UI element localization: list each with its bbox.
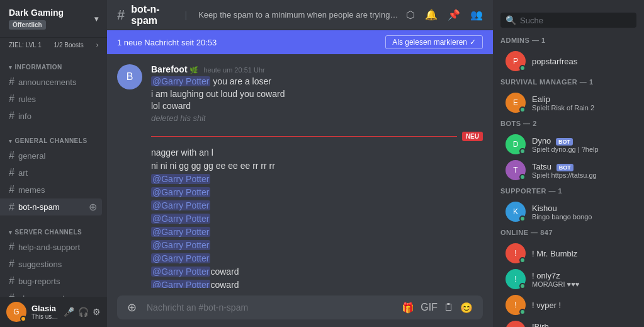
public-badge: Öffentlich [9, 20, 46, 30]
hash-icon: # [9, 258, 14, 270]
microphone-icon[interactable]: 🎤 [64, 307, 74, 317]
member-mr-bumblz[interactable]: ! ! Mr. Bumblz [498, 241, 639, 266]
bots-section-header: BOTS — 2 [493, 116, 644, 131]
gif-icon[interactable]: GIF [421, 302, 438, 314]
message-timestamp: heute um 20:51 Uhr [203, 66, 264, 74]
mark-read-label: Als gelesen markieren [392, 38, 467, 47]
member-avatar-popstarfreas: P [506, 51, 526, 71]
message-line-1: @Garry Potter you are a loser [151, 76, 483, 88]
level-bar: ZIEL: LVL 1 1/2 Boosts › [0, 38, 107, 52]
channel-announcements[interactable]: # announcements [0, 74, 102, 90]
member-status-tatsu: Spielt https://tatsu.gg [532, 171, 631, 179]
member-info-vyper: ! vyper ! [532, 301, 631, 310]
information-section: ▾ INFORMATION # announcements # rules # … [0, 52, 107, 126]
search-icon: 🔍 [506, 15, 516, 25]
member-dyno[interactable]: D Dyno BOT Spielt dyno.gg | ?help [498, 132, 639, 157]
hash-icon: # [9, 184, 14, 195]
member-avatar-ealip: E [506, 93, 526, 113]
user-area: G Glasia This user i... 🎤 🎧 ⚙ [0, 297, 107, 327]
headphone-icon[interactable]: 🎧 [78, 307, 89, 317]
member-vyper[interactable]: ! ! vyper ! [498, 292, 639, 318]
message-avatar: B [117, 64, 142, 89]
channel-name-rules: rules [18, 95, 36, 104]
notification-bar[interactable]: 1 neue Nachricht seit 20:53 Als gelesen … [107, 30, 493, 54]
channel-player-reports[interactable]: # player-reports [0, 290, 102, 297]
server-section-header[interactable]: ▾ SERVER CHANNELS [0, 226, 107, 238]
channel-art[interactable]: # art [0, 164, 102, 181]
member-birb[interactable]: ! !Birb Spielt Among Us 📱 [498, 318, 639, 327]
general-section-header[interactable]: ▾ GENERAL CHANNELS [0, 135, 107, 147]
message-line-4: deleted his shit [151, 113, 483, 124]
server-name: Dark Gaming [9, 8, 64, 18]
search-box: 🔍 [493, 8, 644, 33]
member-status-only7z: MORAGRI ♥♥♥ [532, 280, 631, 288]
emoji-icon[interactable]: 😊 [460, 302, 473, 314]
channel-general[interactable]: # general [0, 147, 102, 164]
message-line-2: i am laughing out loud you coward [151, 88, 483, 101]
pin-icon[interactable]: 📌 [448, 9, 460, 21]
hashtag-icon[interactable]: ⬡ [406, 9, 415, 21]
bell-icon[interactable]: 🔔 [425, 9, 438, 21]
status-dot [20, 316, 26, 322]
online-section-header: ONLINE — 847 [493, 225, 644, 240]
continued-msg-11: @Garry Pottercoward [151, 278, 483, 288]
add-member-icon[interactable]: ⊕ [89, 201, 97, 213]
channel-name-announcements: announcements [18, 77, 77, 87]
header-icons: ⬡ 🔔 📌 👥 [406, 9, 483, 21]
checkmark-icon: ✓ [470, 38, 476, 47]
user-controls[interactable]: 🎤 🎧 ⚙ [64, 307, 101, 317]
add-attachment-icon[interactable]: ⊕ [122, 295, 142, 319]
member-only7z[interactable]: ! ! only7z MORAGRI ♥♥♥ [498, 267, 639, 292]
hash-icon: # [9, 292, 14, 297]
continued-msg-7: @Garry Potter [151, 226, 483, 239]
member-name-kishou: Kishou [532, 204, 631, 213]
channel-topic: Keep the spam to a minimum when people a… [198, 10, 400, 20]
channel-memes[interactable]: # memes [0, 181, 102, 198]
status-dot [519, 215, 526, 222]
channel-bug-reports[interactable]: # bug-reports [0, 273, 102, 289]
message-line-3: lol coward [151, 100, 483, 113]
caret-icon: ▾ [9, 138, 13, 144]
bot-badge-dyno: BOT [556, 138, 573, 146]
user-info: Glasia This user i... [31, 304, 59, 320]
member-kishou[interactable]: K Kishou Bingo bango bongo [498, 199, 639, 224]
channel-help-and-support[interactable]: # help-and-support [0, 239, 102, 255]
message-input[interactable] [142, 295, 397, 319]
left-sidebar: Dark Gaming Öffentlich ▾ ZIEL: LVL 1 1/2… [0, 0, 107, 327]
member-name-tatsu: Tatsu BOT [532, 162, 631, 171]
member-name-birb: !Birb [532, 322, 631, 327]
boosts-label: 1/2 Boosts [54, 42, 84, 49]
information-section-header[interactable]: ▾ INFORMATION [0, 61, 107, 73]
channel-info[interactable]: # info [0, 108, 102, 124]
mark-read-button[interactable]: Als gelesen markieren ✓ [385, 35, 483, 49]
member-ealip[interactable]: E Ealip Spielt Risk of Rain 2 [498, 90, 639, 115]
user-status: This user i... [31, 313, 59, 320]
sticker-icon[interactable]: 🗒 [444, 302, 454, 314]
admins-section-header: ADMINS — 1 [493, 33, 644, 48]
continued-msg-9: @Garry Potter [151, 252, 483, 265]
search-input[interactable] [520, 16, 631, 25]
member-info-popstarfreas: popstarfreas [532, 57, 631, 66]
continued-msg-3: @Garry Potter [151, 173, 483, 186]
gift-icon[interactable]: 🎁 [402, 302, 414, 314]
channel-suggestions[interactable]: # suggestions [0, 256, 102, 272]
divider-line-hr [151, 136, 457, 137]
continued-msg-10: @Garry Pottercoward [151, 265, 483, 278]
settings-icon[interactable]: ⚙ [93, 307, 101, 317]
member-info-ealip: Ealip Spielt Risk of Rain 2 [532, 95, 631, 112]
avatar: G [6, 302, 26, 322]
channel-bot-n-spam[interactable]: # bot-n-spam ⊕ [0, 198, 102, 215]
member-avatar-kishou: K [506, 202, 526, 222]
message-header: Barefoot 🌿 heute um 20:51 Uhr [151, 64, 483, 74]
member-tatsu[interactable]: T Tatsu BOT Spielt https://tatsu.gg [498, 158, 639, 183]
channel-rules[interactable]: # rules [0, 91, 102, 107]
channel-name-general: general [18, 151, 45, 161]
hash-icon: # [9, 93, 14, 105]
continued-msg-8: @Garry Potter [151, 239, 483, 252]
members-icon[interactable]: 👥 [470, 9, 483, 21]
hash-icon: # [9, 76, 14, 88]
server-header[interactable]: Dark Gaming Öffentlich ▾ [0, 0, 107, 38]
member-name-mr-bumblz: ! Mr. Bumblz [532, 249, 631, 258]
member-popstarfreas[interactable]: P popstarfreas [498, 49, 639, 74]
main-chat: # bot-n-spam | Keep the spam to a minimu… [107, 0, 493, 327]
